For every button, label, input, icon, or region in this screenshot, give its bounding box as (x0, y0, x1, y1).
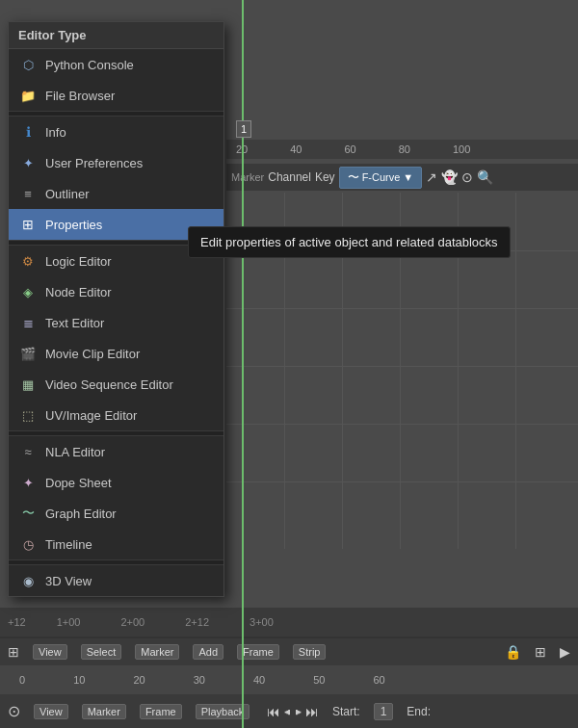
video-sequence-icon: ▦ (18, 375, 38, 394)
logic-editor-label: Logic Editor (45, 254, 112, 269)
uv-image-icon: ⬚ (18, 405, 38, 425)
text-editor-label: Text Editor (45, 316, 104, 330)
menu-item-outliner[interactable]: ≡ Outliner (9, 178, 223, 209)
graph-editor-header: Marker Channel Key 〜 F-Curve ▼ ↗ 👻 ⊙ 🔍 (226, 164, 578, 191)
tn-10: 10 (73, 674, 85, 686)
uv-image-label: UV/Image Editor (45, 408, 137, 423)
tooltip-properties: Edit properties of active object and rel… (188, 226, 511, 258)
outliner-label: Outliner (45, 187, 90, 201)
ruler-num-100: 100 (453, 143, 470, 155)
menu-item-file-browser[interactable]: 📁 File Browser (9, 80, 223, 111)
marker-btn[interactable]: Marker (135, 644, 179, 660)
python-console-icon: ⬡ (18, 55, 38, 74)
tl-label-4: 2+12 (185, 616, 209, 628)
grid-h3 (226, 366, 578, 367)
timeline-label: Timeline (45, 537, 92, 552)
3d-view-icon: ◉ (18, 571, 38, 590)
menu-item-uv-image-editor[interactable]: ⬚ UV/Image Editor (9, 400, 223, 430)
menu-item-dope-sheet[interactable]: ✦ Dope Sheet (9, 467, 223, 498)
add-btn[interactable]: Add (193, 644, 223, 660)
file-browser-label: File Browser (45, 89, 115, 103)
menu-item-text-editor[interactable]: ≣ Text Editor (9, 307, 223, 338)
menu-item-user-preferences[interactable]: ✦ User Preferences (9, 147, 223, 178)
channel-label: Channel (268, 170, 311, 184)
select-btn[interactable]: Select (81, 644, 122, 660)
graph-editor-icon: 〜 (18, 504, 38, 523)
menu-item-3d-view[interactable]: ◉ 3D View (9, 565, 223, 596)
timeline-icon: ◷ (18, 534, 38, 554)
user-prefs-icon: ✦ (18, 153, 38, 172)
view-final-btn[interactable]: View (34, 704, 68, 719)
menu-header: Editor Type (9, 22, 223, 49)
end-label: End: (407, 705, 431, 718)
start-val[interactable]: 1 (374, 703, 394, 720)
grid-icon: ⊞ (535, 644, 546, 660)
lock-icon: 🔒 (505, 644, 521, 660)
ruler-num-60: 60 (345, 143, 356, 155)
nla-editor-label: NLA Editor (45, 445, 105, 459)
nla-editor-icon: ≈ (18, 442, 38, 461)
key-label: Key (315, 170, 335, 184)
menu-item-video-sequence-editor[interactable]: ▦ Video Sequence Editor (9, 369, 223, 400)
bottom-control-bar: ⊞ View Select Marker Add Frame Strip 🔒 ⊞… (0, 638, 578, 665)
ghost-icon[interactable]: 👻 (441, 169, 458, 185)
dope-sheet-label: Dope Sheet (45, 476, 112, 490)
menu-item-python-console[interactable]: ⬡ Python Console (9, 49, 223, 80)
node-editor-icon: ◈ (18, 282, 38, 301)
frame-final-btn[interactable]: Frame (140, 704, 182, 719)
bottom-timeline-labels: +12 1+00 2+00 2+12 3+00 (0, 608, 578, 637)
file-browser-icon: 📁 (18, 86, 38, 105)
video-sequence-label: Video Sequence Editor (45, 377, 173, 392)
menu-item-info[interactable]: ℹ Info (9, 117, 223, 147)
view-btn[interactable]: View (33, 644, 67, 660)
strip-btn[interactable]: Strip (293, 644, 327, 660)
circle-icon[interactable]: ⊙ (461, 169, 473, 185)
view-icon[interactable]: ⊞ (8, 644, 19, 660)
tn-40: 40 (253, 674, 265, 686)
fcurve-icon: 〜 (348, 169, 359, 186)
properties-label: Properties (45, 218, 102, 232)
final-control-bar: ⊙ View Marker Frame Playback ⏮ ◀ ▶ ⏭ Sta… (0, 694, 578, 728)
text-editor-icon: ≣ (18, 313, 38, 332)
menu-item-node-editor[interactable]: ◈ Node Editor (9, 276, 223, 307)
tl-label-1: +12 (8, 616, 26, 628)
menu-item-nla-editor[interactable]: ≈ NLA Editor (9, 436, 223, 467)
marker-final-btn[interactable]: Marker (82, 704, 126, 719)
python-console-label: Python Console (45, 58, 134, 72)
tl-label-5: 3+00 (250, 616, 274, 628)
info-icon: ℹ (18, 122, 38, 142)
frame-marker: 1 (236, 120, 251, 138)
user-prefs-label: User Preferences (45, 156, 143, 170)
3d-view-label: 3D View (45, 574, 92, 588)
editor-type-dropdown: Editor Type ⬡ Python Console 📁 File Brow… (8, 21, 224, 597)
menu-item-graph-editor[interactable]: 〜 Graph Editor (9, 498, 223, 529)
end-icon: ▶ (560, 644, 570, 660)
dope-sheet-icon: ✦ (18, 473, 38, 492)
tn-20: 20 (133, 674, 144, 686)
logic-editor-icon: ⚙ (18, 251, 38, 271)
tooltip-text: Edit properties of active object and rel… (200, 235, 498, 249)
ruler-bar: 20 40 60 80 100 (226, 140, 578, 159)
menu-item-timeline[interactable]: ◷ Timeline (9, 529, 223, 559)
marker-label: Marker (231, 171, 264, 183)
grid-h2 (226, 308, 578, 309)
start-label: Start: (332, 705, 360, 718)
tl-label-3: 2+00 (120, 616, 144, 628)
tl-label-2: 1+00 (57, 616, 81, 628)
search-icon[interactable]: 🔍 (477, 169, 493, 185)
node-editor-label: Node Editor (45, 285, 112, 299)
ruler-num-40: 40 (290, 143, 302, 155)
menu-item-movie-clip-editor[interactable]: 🎬 Movie Clip Editor (9, 338, 223, 369)
ruler-num-80: 80 (399, 143, 410, 155)
tn-30: 30 (194, 674, 205, 686)
select-icon[interactable]: ↗ (426, 169, 437, 185)
fcurve-dropdown-icon: ▼ (403, 171, 413, 183)
grid-v5 (515, 193, 516, 549)
timeline-numbers: 0 10 20 30 40 50 60 (0, 665, 578, 694)
outliner-icon: ≡ (18, 184, 38, 203)
home-icon[interactable]: ⊙ (8, 702, 20, 720)
playhead-line (242, 0, 244, 728)
movie-clip-label: Movie Clip Editor (45, 347, 140, 361)
fcurve-button[interactable]: 〜 F-Curve ▼ (339, 167, 423, 189)
tn-60: 60 (373, 674, 384, 686)
